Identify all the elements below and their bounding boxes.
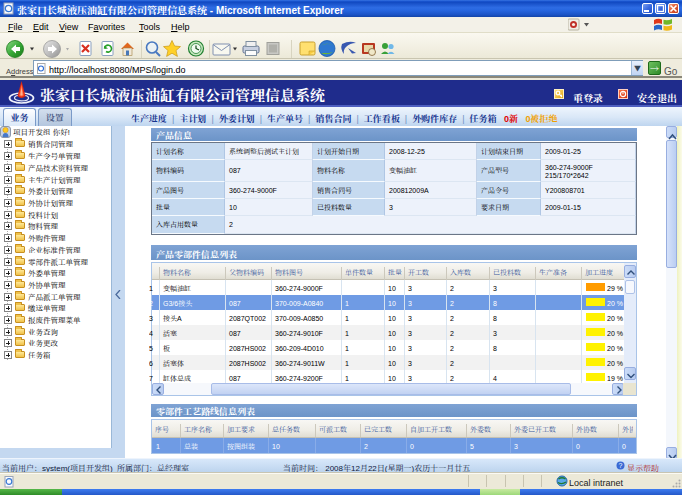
svg-text:?: ? (619, 461, 623, 470)
